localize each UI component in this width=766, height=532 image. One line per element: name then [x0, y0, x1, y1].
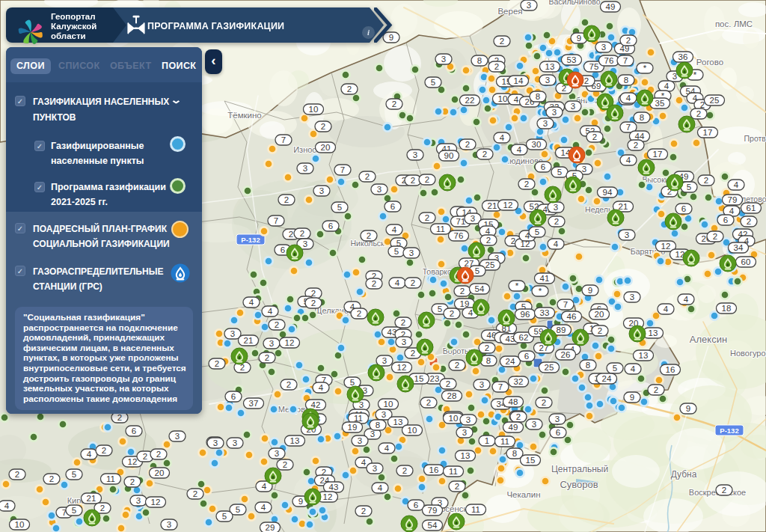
svg-text:6: 6: [541, 162, 545, 171]
svg-text:48: 48: [509, 397, 518, 406]
svg-text:75: 75: [589, 62, 599, 71]
svg-text:2: 2: [446, 379, 450, 388]
svg-text:5: 5: [687, 183, 691, 192]
svg-text:89: 89: [557, 325, 566, 334]
svg-text:5: 5: [72, 506, 76, 515]
svg-text:6: 6: [556, 428, 560, 437]
svg-text:2: 2: [592, 132, 597, 141]
svg-text:33: 33: [540, 308, 550, 317]
svg-text:29: 29: [266, 523, 275, 532]
svg-text:Тёмкино: Тёмкино: [227, 111, 262, 120]
svg-text:2: 2: [15, 470, 19, 479]
svg-text:2: 2: [696, 109, 701, 118]
svg-text:2: 2: [722, 486, 726, 495]
svg-text:3: 3: [377, 185, 382, 194]
svg-text:25: 25: [485, 260, 495, 269]
svg-text:2: 2: [524, 180, 529, 189]
svg-text:4: 4: [626, 94, 631, 103]
svg-text:4: 4: [261, 503, 266, 512]
svg-text:13: 13: [649, 328, 658, 337]
svg-text:2: 2: [117, 413, 122, 422]
svg-text:10: 10: [408, 426, 417, 435]
svg-text:11: 11: [106, 474, 115, 483]
svg-text:14: 14: [514, 76, 524, 85]
svg-text:9: 9: [588, 286, 592, 295]
svg-text:2: 2: [321, 122, 325, 131]
svg-text:2: 2: [265, 353, 269, 362]
svg-text:79: 79: [728, 195, 738, 204]
svg-text:11: 11: [449, 467, 458, 476]
svg-text:7: 7: [281, 135, 286, 144]
svg-text:3: 3: [552, 108, 557, 117]
svg-text:2: 2: [426, 398, 431, 407]
svg-text:18: 18: [722, 304, 732, 313]
svg-text:2: 2: [311, 299, 316, 308]
svg-text:13: 13: [639, 351, 649, 360]
svg-text:2: 2: [284, 195, 289, 204]
svg-text:19: 19: [348, 423, 358, 432]
svg-text:5: 5: [475, 266, 479, 275]
svg-text:3: 3: [370, 429, 375, 438]
svg-text:4: 4: [395, 278, 400, 287]
svg-text:7: 7: [274, 216, 278, 225]
svg-text:4: 4: [384, 444, 390, 453]
svg-text:2: 2: [143, 452, 147, 461]
svg-text:54: 54: [428, 521, 438, 530]
svg-text:3: 3: [213, 438, 218, 447]
svg-text:3: 3: [582, 165, 586, 174]
svg-text:54: 54: [475, 284, 485, 293]
svg-text:36: 36: [678, 52, 688, 61]
svg-text:8: 8: [486, 356, 491, 365]
svg-text:Протвино: Протвино: [744, 134, 766, 143]
svg-text:10: 10: [498, 94, 508, 103]
svg-text:21: 21: [244, 336, 254, 345]
svg-text:35: 35: [655, 99, 665, 108]
svg-text:8: 8: [376, 421, 380, 429]
svg-text:61: 61: [747, 204, 756, 213]
svg-text:3: 3: [303, 164, 307, 173]
svg-text:4: 4: [392, 225, 397, 234]
svg-text:5: 5: [438, 305, 442, 314]
svg-text:9: 9: [298, 497, 303, 506]
svg-text:5: 5: [350, 378, 355, 387]
svg-text:4: 4: [684, 295, 689, 304]
svg-text:*: *: [643, 64, 647, 73]
svg-text:4: 4: [378, 483, 383, 492]
svg-text:16: 16: [666, 365, 675, 374]
svg-text:5: 5: [236, 505, 240, 514]
svg-text:2: 2: [411, 349, 415, 358]
svg-text:6: 6: [281, 245, 285, 254]
svg-text:2: 2: [156, 450, 161, 459]
svg-text:12: 12: [128, 457, 138, 466]
svg-text:3: 3: [382, 356, 387, 365]
svg-text:10: 10: [15, 520, 25, 529]
svg-text:2: 2: [486, 236, 491, 245]
svg-text:3: 3: [466, 415, 471, 424]
svg-text:42: 42: [311, 400, 321, 409]
svg-text:4: 4: [268, 307, 273, 316]
svg-text:25: 25: [545, 363, 554, 372]
svg-text:20: 20: [155, 468, 165, 477]
svg-text:6: 6: [328, 221, 333, 230]
svg-text:*: *: [693, 70, 697, 79]
svg-text:3: 3: [402, 337, 406, 346]
svg-text:3: 3: [625, 230, 629, 239]
svg-text:13: 13: [393, 418, 403, 426]
svg-text:11: 11: [436, 224, 445, 233]
svg-text:3: 3: [136, 496, 141, 505]
svg-text:41: 41: [540, 274, 550, 283]
svg-text:Рогово: Рогово: [696, 58, 723, 67]
svg-text:2: 2: [516, 412, 521, 421]
svg-text:6: 6: [723, 215, 728, 224]
svg-text:4: 4: [734, 180, 739, 189]
svg-text:2: 2: [465, 140, 470, 149]
svg-text:32: 32: [514, 377, 524, 386]
svg-text:9: 9: [630, 393, 634, 402]
svg-text:11: 11: [354, 414, 363, 423]
svg-text:3: 3: [471, 214, 475, 223]
svg-text:3: 3: [167, 520, 171, 529]
svg-text:Чекалин: Чекалин: [506, 490, 540, 499]
svg-text:3: 3: [441, 55, 446, 64]
svg-text:4: 4: [485, 227, 491, 236]
svg-text:11: 11: [500, 437, 509, 446]
